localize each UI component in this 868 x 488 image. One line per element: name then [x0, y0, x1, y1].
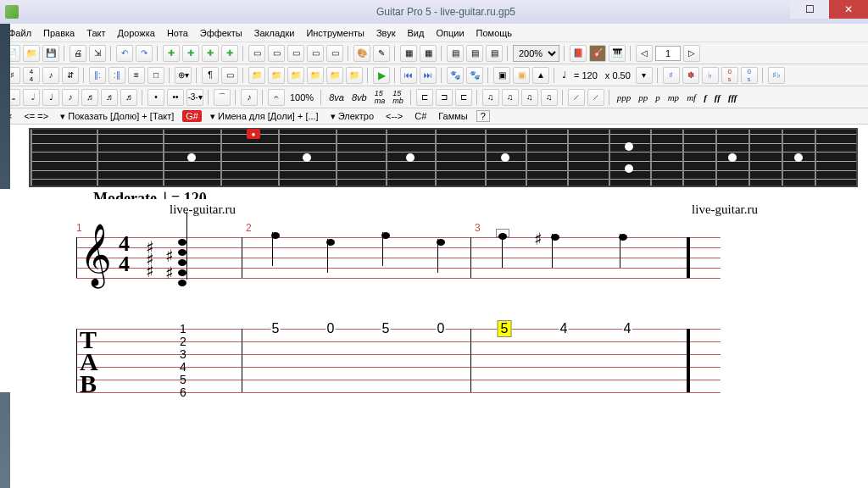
tool-icon[interactable]: ⊏ — [455, 89, 472, 106]
fretboard-icon[interactable]: 🎸 — [589, 45, 606, 62]
menu-edit[interactable]: Правка — [38, 26, 80, 40]
folder-icon[interactable]: 📁 — [307, 67, 324, 84]
tempo-dropdown[interactable]: ▾ — [636, 67, 653, 84]
tool-icon[interactable]: ▭ — [268, 45, 285, 62]
double-dot-icon[interactable]: •• — [167, 89, 184, 106]
tool-icon[interactable]: ¶ — [202, 67, 219, 84]
sixteenth-note-icon[interactable]: ♬ — [81, 89, 98, 106]
tool-icon[interactable]: ⟋ — [587, 89, 604, 106]
save-icon[interactable]: 💾 — [42, 45, 59, 62]
tool-icon[interactable]: ▭ — [287, 45, 304, 62]
prev-icon[interactable]: ◁ — [636, 45, 653, 62]
tool-icon[interactable]: 0s — [721, 67, 738, 84]
redo-icon[interactable]: ↷ — [136, 45, 153, 62]
tie-icon[interactable]: ⌒ — [214, 89, 231, 106]
tool-icon[interactable]: □ — [147, 67, 164, 84]
tool-icon[interactable]: ♫ — [502, 89, 519, 106]
zoom-select[interactable]: 200% — [513, 45, 559, 62]
tool-icon[interactable]: ♫ — [521, 89, 538, 106]
close-button[interactable]: ✕ — [829, 0, 868, 19]
print-icon[interactable]: 🖨 — [70, 45, 86, 62]
dynamic-fff[interactable]: fff — [726, 92, 740, 103]
repeat-start-icon[interactable]: ‖: — [89, 67, 106, 84]
fermata-icon[interactable]: 𝄐 — [268, 89, 285, 106]
tab-fret[interactable]: 4 — [559, 321, 569, 336]
tool-icon[interactable]: ♯♭ — [768, 67, 785, 84]
play-button[interactable]: ▶ — [373, 67, 390, 84]
metronome-icon[interactable]: ▲ — [532, 67, 549, 84]
dot-icon[interactable]: • — [147, 89, 164, 106]
tool-icon[interactable]: ⟋ — [568, 89, 585, 106]
folder-icon[interactable]: 📁 — [268, 67, 285, 84]
skip-start-icon[interactable]: ⏮ — [400, 67, 417, 84]
tool-icon[interactable]: ⊐ — [436, 89, 453, 106]
eighth-note-icon[interactable]: ♪ — [62, 89, 79, 106]
tool-icon[interactable]: ♪ — [42, 67, 59, 84]
tool-icon[interactable]: ♫ — [541, 89, 558, 106]
tool-icon[interactable]: ♪ — [241, 89, 258, 106]
tool-icon[interactable]: ✎ — [373, 45, 390, 62]
folder-icon[interactable]: 📁 — [326, 67, 343, 84]
book-icon[interactable]: 📕 — [570, 45, 587, 62]
page-input[interactable] — [655, 46, 681, 61]
dynamic-p[interactable]: p — [653, 92, 663, 103]
paw-icon[interactable]: 🐾 — [466, 67, 483, 84]
notation-staff[interactable]: 𝄞 44 ♯ ♯ ♯ 1 2 3 ♯ ♯ — [76, 237, 826, 278]
dynamic-ff[interactable]: ff — [712, 92, 723, 103]
tool-icon[interactable]: ▦ — [400, 45, 417, 62]
repeat-end-icon[interactable]: :‖ — [108, 67, 125, 84]
ottava-label[interactable]: 8vb — [349, 92, 370, 103]
tool-icon[interactable]: ⊏ — [416, 89, 433, 106]
tool-icon[interactable]: ▣ — [513, 67, 530, 84]
tab-staff[interactable]: T A B 1 2 3 4 5 6 5 0 5 0 5 4 4 — [76, 329, 826, 392]
tool-icon[interactable]: ▭ — [307, 45, 324, 62]
fretboard-sound-dropdown[interactable]: ▾ Электро — [327, 111, 377, 122]
tuplet-icon[interactable]: -3-▾ — [186, 89, 203, 106]
fretboard-nav[interactable]: <= => — [20, 111, 52, 121]
tool-icon[interactable]: ≡ — [128, 67, 145, 84]
tool-icon[interactable]: ⊕▾ — [175, 67, 192, 84]
tool-icon[interactable]: ✚ — [182, 45, 199, 62]
flat-tool-icon[interactable]: ♭ — [702, 67, 719, 84]
tool-icon[interactable]: ▣ — [493, 67, 510, 84]
note-icon[interactable]: ♬ — [120, 89, 137, 106]
open-file-icon[interactable]: 📁 — [23, 45, 40, 62]
sharp-tool-icon[interactable]: ♯ — [663, 67, 680, 84]
tool-icon[interactable]: ▦ — [420, 45, 437, 62]
fretboard-tune[interactable]: <--> — [382, 111, 406, 121]
timesig-icon[interactable]: 44 — [23, 67, 40, 84]
menu-options[interactable]: Опции — [431, 26, 469, 40]
export-icon[interactable]: ⇲ — [89, 45, 106, 62]
tool-icon[interactable]: 🎨 — [353, 45, 370, 62]
ottava-label[interactable]: 15mb — [390, 90, 406, 105]
paw-icon[interactable]: 🐾 — [447, 67, 464, 84]
menu-help[interactable]: Помощь — [471, 26, 518, 40]
fretboard-names-dropdown[interactable]: ▾ Имена для [Доли] + [...] — [207, 111, 322, 122]
keyboard-icon[interactable]: 🎹 — [609, 45, 626, 62]
menu-note[interactable]: Нота — [162, 26, 193, 40]
fretboard-help-icon[interactable]: ? — [476, 110, 490, 122]
menu-sound[interactable]: Звук — [371, 26, 401, 40]
tool-icon[interactable]: ✚ — [202, 45, 219, 62]
tab-fret[interactable]: 4 — [623, 321, 632, 336]
tool-icon[interactable]: ✚ — [221, 45, 238, 62]
dynamic-f[interactable]: f — [701, 92, 709, 103]
note-icon[interactable]: ♬ — [101, 89, 118, 106]
tool-icon[interactable]: ▭ — [248, 45, 265, 62]
tool-icon[interactable]: ▭ — [326, 45, 343, 62]
undo-icon[interactable]: ↶ — [116, 45, 133, 62]
menu-track[interactable]: Дорожка — [113, 26, 160, 40]
folder-icon[interactable]: 📁 — [248, 67, 265, 84]
tab-fret[interactable]: 5 — [271, 321, 281, 336]
dynamic-ppp[interactable]: ppp — [615, 92, 634, 103]
tool-icon[interactable]: ✚ — [163, 45, 180, 62]
ottava-label[interactable]: 15ma — [372, 90, 388, 105]
dynamic-pp[interactable]: pp — [636, 92, 650, 103]
ottava-label[interactable]: 8va — [326, 92, 347, 103]
menu-effects[interactable]: Эффекты — [195, 26, 248, 40]
fretboard-key[interactable]: C# — [411, 111, 430, 121]
tool-icon[interactable]: ▤ — [466, 45, 483, 62]
menu-tools[interactable]: Инструменты — [301, 26, 370, 40]
next-icon[interactable]: ▷ — [683, 45, 700, 62]
fretboard-show-dropdown[interactable]: ▾ Показать [Долю] + [Такт] — [57, 111, 177, 122]
